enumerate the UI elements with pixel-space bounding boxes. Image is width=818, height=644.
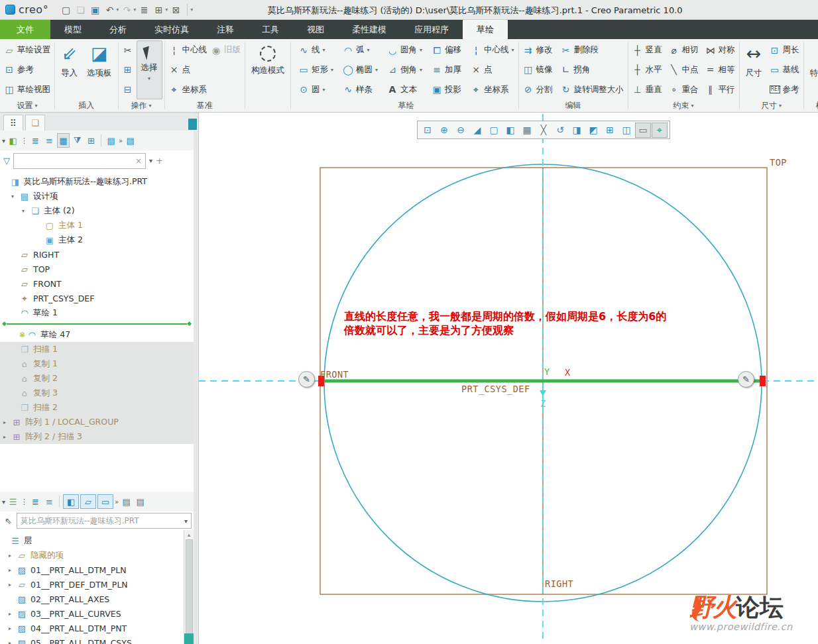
datum-centerline-button[interactable]: ¦中心线 <box>167 41 209 59</box>
front-plane-label[interactable]: FRONT <box>320 369 349 380</box>
layer-root[interactable]: ☰层 <box>0 533 194 548</box>
select-arrow-icon[interactable]: ⇖ <box>2 513 15 528</box>
layers-icon[interactable]: ☰ <box>7 494 19 509</box>
tab-annotate[interactable]: 注释 <box>203 20 248 39</box>
line-edit-handle-right[interactable]: ✎ <box>738 371 754 388</box>
line-endpoint-right[interactable] <box>760 376 766 386</box>
datum-point-button[interactable]: ×点 <box>167 61 243 79</box>
tree-item-sketch47[interactable]: ※◠草绘 47 <box>0 327 194 342</box>
layer-hidden-toggle[interactable]: ▭ <box>97 494 113 509</box>
filter-add-button[interactable]: + <box>156 156 163 166</box>
perpendicular-constraint-button[interactable]: ⊥垂直 <box>630 81 664 99</box>
tree-item-body1[interactable]: ▢主体 1 <box>0 218 194 233</box>
copy-button[interactable]: ⊞ <box>121 61 135 79</box>
symmetric-constraint-button[interactable]: ⋈对称 <box>703 41 737 59</box>
graphics-area[interactable]: ⊡ ⊕ ⊖ ◢ ▢ ◧ ▦ ╳ ↺ ◨ ◩ ⊞ ◫ ▭ ⌖ 直线的长度任意，我一… <box>199 113 818 644</box>
annotation-display-toggle[interactable]: ▭ <box>635 123 651 138</box>
panel-resize-handle[interactable] <box>184 633 194 644</box>
legacy-button[interactable]: ◉旧版 <box>209 41 243 59</box>
tree-item-top-plane[interactable]: ▱TOP <box>0 262 194 276</box>
panel-splitter[interactable] <box>194 113 199 644</box>
display-style-button[interactable]: ◨ <box>569 123 585 138</box>
model-tree-filter-input[interactable] <box>17 156 135 166</box>
tab-applications[interactable]: 应用程序 <box>400 20 463 39</box>
saved-views-button[interactable]: ▢ <box>486 123 502 138</box>
coincident-constraint-button[interactable]: ∘重合 <box>667 81 701 99</box>
sketch-orientation-button[interactable]: ↺ <box>552 123 568 138</box>
chamfer-button[interactable]: ⊿倒角▾ <box>385 61 424 79</box>
zoom-out-button[interactable]: ⊖ <box>453 123 469 138</box>
group-label-constraints[interactable]: 约束▾ <box>630 99 737 112</box>
group-label-inspect[interactable]: 检查▾ <box>806 99 818 112</box>
tree-clipboard-button[interactable]: ⊞ <box>85 133 97 148</box>
feature-requirements-button[interactable]: ☑特征要求 <box>806 40 818 99</box>
tree-item-sketch1[interactable]: ◠草绘 1 <box>0 305 194 320</box>
dimension-display-button[interactable]: ⊞ <box>602 123 618 138</box>
sketch-setup-button[interactable]: ▱草绘设置 <box>2 41 52 59</box>
circle-button[interactable]: ⊙圆▾ <box>296 81 335 99</box>
tree-item-design-items[interactable]: ▾▤设计项 <box>0 189 194 203</box>
line-button[interactable]: ∿线▾ <box>296 41 335 59</box>
tree-columns-button[interactable]: ▦ <box>57 133 70 148</box>
rotate-resize-button[interactable]: ↻旋转调整大小 <box>559 81 626 99</box>
customize-qat-arrow[interactable]: ▾ <box>190 7 193 13</box>
top-plane-label[interactable]: TOP <box>770 157 787 168</box>
model-tree-tab[interactable]: ⠿ <box>3 115 23 131</box>
tab-sketch[interactable]: 草绘 <box>463 20 508 39</box>
sketch-view-button[interactable]: ◫草绘视图 <box>2 81 52 99</box>
tab-flexible-modeling[interactable]: 柔性建模 <box>338 20 400 39</box>
construction-mode-button[interactable]: 构造模式 <box>247 40 288 99</box>
tab-model[interactable]: 模型 <box>50 20 95 39</box>
select-dropdown-arrow[interactable]: ▾ <box>148 76 150 81</box>
panel-collapse-handle[interactable] <box>188 119 197 130</box>
fillet-button[interactable]: ◡圆角▾ <box>385 41 424 59</box>
model-cube-icon[interactable]: ◧ <box>7 133 19 148</box>
scrollbar-thumb[interactable] <box>186 539 193 635</box>
tab-view[interactable]: 视图 <box>293 20 338 39</box>
datum-csys-button[interactable]: ⌖坐标系 <box>167 81 243 99</box>
open-file-button[interactable]: ❏ <box>74 3 88 17</box>
zoom-in-button[interactable]: ⊕ <box>436 123 452 138</box>
cut-button[interactable]: ✂ <box>121 41 135 59</box>
undo-dropdown-arrow[interactable]: ▾ <box>116 7 119 13</box>
layer-options-arrow[interactable]: ▾ <box>2 498 5 506</box>
tangent-constraint-button[interactable]: ⌀相切 <box>667 41 701 59</box>
group-label-settings[interactable]: 设置▾ <box>2 99 52 112</box>
palette-button[interactable]: ◪选项板 <box>83 40 116 99</box>
thicken-button[interactable]: ≡加厚 <box>430 61 463 79</box>
tree-list-button[interactable]: ▤ <box>105 133 117 148</box>
references-button[interactable]: ⊡参考 <box>2 61 52 79</box>
plane-display-button[interactable]: ◫ <box>618 123 634 138</box>
tree-item-sweep1[interactable]: ❒扫描 1 <box>0 342 194 356</box>
ellipse-button[interactable]: ◯椭圆▾ <box>341 61 380 79</box>
insert-here-indicator[interactable]: ◆◆ <box>0 321 194 326</box>
layer-item[interactable]: ▨02__PRT_ALL_AXES <box>0 592 194 606</box>
layer-overflow-arrow[interactable]: » <box>115 498 119 506</box>
layer-settings-button[interactable]: ▤ <box>134 494 146 509</box>
undo-button[interactable]: ↶ <box>103 3 117 17</box>
tree-item-front-plane[interactable]: ▱FRONT <box>0 276 194 291</box>
tree-item-csys[interactable]: ⌖PRT_CSYS_DEF <box>0 291 194 305</box>
arc-button[interactable]: ◠弧▾ <box>341 41 380 59</box>
layer-list-button[interactable]: ▤ <box>120 494 133 509</box>
windows-button[interactable]: ⊞ <box>152 3 166 17</box>
save-button[interactable]: ▣ <box>88 3 102 17</box>
layer-show-toggle[interactable]: ◧ <box>63 494 79 509</box>
tree-item-root[interactable]: ◨莫比乌斯环新玩法--趣味练习.PRT <box>0 174 194 189</box>
repaint-button[interactable]: ◢ <box>469 123 485 138</box>
close-window-button[interactable]: ⊠ <box>169 3 183 17</box>
filter-dropdown-arrow[interactable]: ▾ <box>149 157 152 164</box>
zoom-box-button[interactable]: ⊡ <box>420 123 436 138</box>
tree-item-copy1[interactable]: ⌂复制 1 <box>0 356 194 371</box>
wireframe-button[interactable]: ◩ <box>585 123 601 138</box>
layer-item[interactable]: ▸▨01__PRT_ALL_DTM_PLN <box>0 563 194 577</box>
vertical-constraint-button[interactable]: ┼竖直 <box>630 41 664 59</box>
spline-button[interactable]: ∿样条 <box>341 81 380 99</box>
line-edit-handle-left[interactable]: ✎ <box>298 371 315 388</box>
spin-center-toggle[interactable]: ⌖ <box>652 123 668 138</box>
sketch-point-button[interactable]: ×点 <box>469 61 516 79</box>
dimension-button[interactable]: ↔尺寸 <box>742 40 766 99</box>
layer-expand-button[interactable]: ≣ <box>29 494 42 509</box>
paste-button[interactable]: ⊟ <box>121 81 135 99</box>
scroll-up-arrow[interactable]: ▴ <box>188 531 191 538</box>
